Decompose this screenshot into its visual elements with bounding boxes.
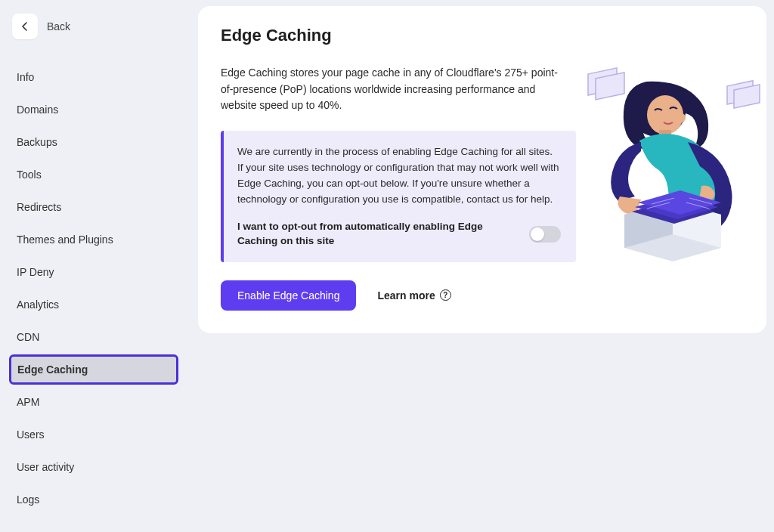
notice-panel: We are currently in the process of enabl… bbox=[221, 131, 576, 261]
learn-more-link[interactable]: Learn more ? bbox=[377, 289, 450, 302]
content: Edge Caching Edge Caching stores your pa… bbox=[187, 0, 774, 532]
illustration-person-files bbox=[574, 59, 763, 271]
card-text-column: Edge Caching Edge Caching stores your pa… bbox=[221, 26, 584, 311]
svg-point-5 bbox=[678, 113, 686, 122]
page-title: Edge Caching bbox=[221, 26, 584, 45]
sidebar-item-logs[interactable]: Logs bbox=[9, 484, 178, 515]
sidebar-item-cdn[interactable]: CDN bbox=[9, 322, 178, 352]
sidebar-item-tools[interactable]: Tools bbox=[9, 159, 178, 190]
learn-more-label: Learn more bbox=[377, 289, 435, 302]
help-icon: ? bbox=[440, 289, 451, 301]
notice-text: We are currently in the process of enabl… bbox=[237, 144, 561, 208]
sidebar-item-edge-caching[interactable]: Edge Caching bbox=[9, 354, 178, 385]
opt-out-row: I want to opt-out from automatically ena… bbox=[237, 220, 561, 249]
enable-edge-caching-button[interactable]: Enable Edge Caching bbox=[221, 280, 356, 311]
arrow-left-icon bbox=[19, 20, 31, 32]
actions-row: Enable Edge Caching Learn more ? bbox=[221, 280, 584, 311]
sidebar-item-redirects[interactable]: Redirects bbox=[9, 192, 178, 222]
sidebar: Back Info Domains Backups Tools Redirect… bbox=[0, 0, 187, 532]
sidebar-item-user-activity[interactable]: User activity bbox=[9, 452, 178, 482]
opt-out-label: I want to opt-out from automatically ena… bbox=[237, 220, 494, 249]
sidebar-item-domains[interactable]: Domains bbox=[9, 94, 178, 125]
edge-caching-card: Edge Caching Edge Caching stores your pa… bbox=[198, 6, 766, 333]
svg-point-4 bbox=[647, 95, 683, 135]
sidebar-item-apm[interactable]: APM bbox=[9, 387, 178, 417]
sidebar-item-users[interactable]: Users bbox=[9, 419, 178, 450]
nav: Info Domains Backups Tools Redirects The… bbox=[9, 62, 178, 517]
toggle-knob bbox=[531, 227, 544, 241]
back-button[interactable] bbox=[12, 14, 38, 39]
back-label: Back bbox=[47, 20, 70, 32]
sidebar-item-backups[interactable]: Backups bbox=[9, 127, 178, 157]
opt-out-toggle[interactable] bbox=[529, 226, 561, 243]
sidebar-item-analytics[interactable]: Analytics bbox=[9, 289, 178, 320]
sidebar-item-info[interactable]: Info bbox=[9, 62, 178, 92]
page-description: Edge Caching stores your page cache in a… bbox=[221, 65, 568, 114]
sidebar-item-ip-deny[interactable]: IP Deny bbox=[9, 257, 178, 287]
sidebar-item-themes-plugins[interactable]: Themes and Plugins bbox=[9, 224, 178, 255]
back-row: Back bbox=[12, 14, 178, 39]
